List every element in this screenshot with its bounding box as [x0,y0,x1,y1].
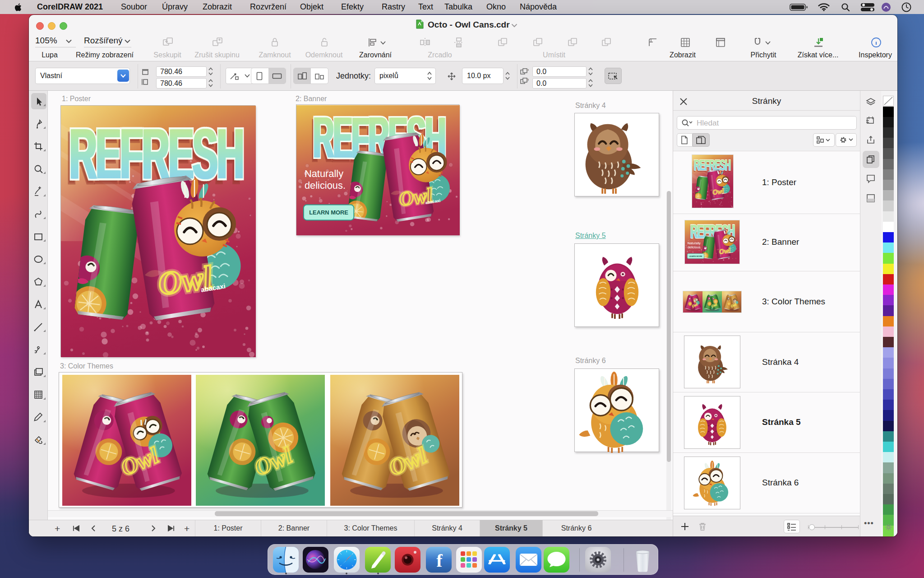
svg-text:y: y [527,78,529,81]
svg-text:x: x [527,68,529,71]
svg-text:f: f [436,550,443,571]
